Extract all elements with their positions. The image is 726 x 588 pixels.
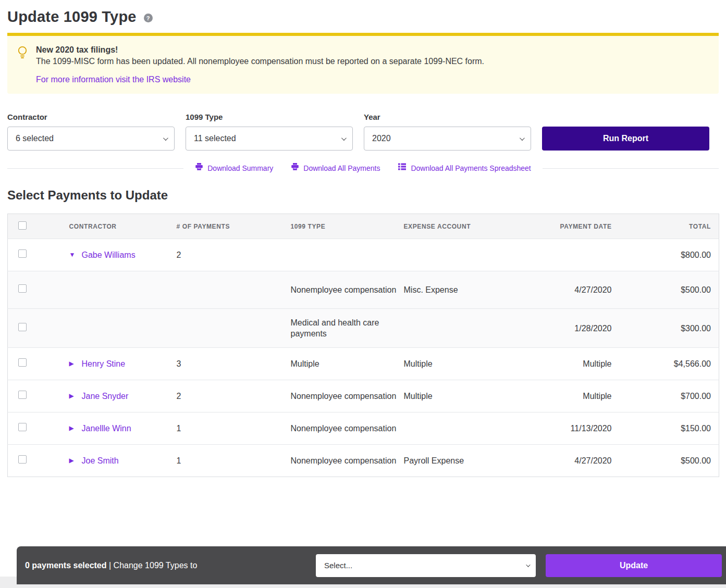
payment-row: Nonemployee compensationMisc. Expense4/2… (8, 271, 719, 309)
column-header-payment-date: PAYMENT DATE (516, 214, 621, 239)
payment-row: Medical and health care payments1/28/202… (8, 309, 719, 348)
row-checkbox[interactable] (18, 358, 27, 367)
cell-expense-account: Multiple (404, 380, 516, 412)
cell-total: $500.00 (621, 271, 719, 309)
help-icon[interactable]: ? (144, 14, 153, 22)
cell-total: $800.00 (621, 239, 719, 271)
contractor-select-value: 6 selected (16, 134, 54, 143)
chevron-down-icon (526, 562, 530, 567)
type-1099-select-value: 11 selected (194, 134, 236, 143)
page-title: Update 1099 Type (7, 8, 137, 26)
contractor-filter: Contractor 6 selected (7, 112, 175, 151)
row-checkbox[interactable] (18, 391, 27, 399)
update-button[interactable]: Update (546, 554, 722, 577)
download-summary-label: Download Summary (207, 162, 273, 174)
year-select[interactable]: 2020 (364, 127, 531, 151)
chevron-down-icon (520, 135, 525, 141)
expand-arrow-icon[interactable]: ▶ (69, 423, 82, 434)
cell-type-1099: Nonemployee compensation (291, 380, 404, 412)
collapse-arrow-icon[interactable]: ▼ (69, 249, 82, 260)
type-1099-select[interactable]: 11 selected (186, 127, 353, 151)
banner-body: The 1099-MISC form has been updated. All… (36, 56, 484, 67)
cell-type-1099: Nonemployee compensation (291, 412, 404, 445)
contractor-select[interactable]: 6 selected (7, 127, 175, 151)
spreadsheet-icon (398, 162, 407, 174)
chevron-down-icon (341, 135, 347, 141)
select-payments-title: Select Payments to Update (7, 188, 719, 203)
contractor-row: ▶Henry Stine3MultipleMultipleMultiple$4,… (8, 348, 719, 380)
cell-type-1099: Medical and health care payments (291, 309, 404, 348)
type-1099-filter-label: 1099 Type (186, 112, 353, 121)
printer-icon (291, 162, 299, 174)
printer-icon (195, 162, 203, 174)
row-checkbox[interactable] (18, 249, 27, 258)
banner-title: New 2020 tax filings! (36, 44, 484, 56)
payments-table: CONTRACTOR# OF PAYMENTS1099 TYPEEXPENSE … (7, 214, 719, 477)
cell-payment-date: 1/28/2020 (516, 309, 621, 348)
change-type-select-value: Select... (324, 561, 352, 570)
row-checkbox[interactable] (18, 455, 27, 464)
contractor-filter-label: Contractor (7, 112, 175, 121)
cell-payment-date: 11/13/2020 (516, 412, 621, 445)
cell-expense-account (404, 309, 516, 348)
column-header-expense-account: EXPENSE ACCOUNT (404, 214, 516, 239)
cell-total: $300.00 (621, 309, 719, 348)
selection-status-text: 0 payments selected | Change 1099 Types … (25, 561, 197, 570)
page-header: Update 1099 Type ? (7, 8, 719, 26)
contractor-link[interactable]: Gabe Williams (82, 249, 136, 260)
contractor-row: ▶Jane Snyder2Nonemployee compensationMul… (8, 380, 719, 412)
cell-total: $500.00 (621, 445, 719, 477)
expand-arrow-icon[interactable]: ▶ (69, 391, 82, 402)
select-all-checkbox[interactable] (18, 221, 27, 230)
cell-payment-date: 4/27/2020 (516, 271, 621, 309)
separator: | (109, 561, 111, 570)
download-all-payments-link[interactable]: Download All Payments (291, 162, 380, 174)
cell-payment-date (516, 239, 621, 271)
cell-total: $700.00 (621, 380, 719, 412)
change-type-select[interactable]: Select... (316, 554, 536, 577)
cell-type-1099: Nonemployee compensation (291, 445, 404, 477)
row-checkbox[interactable] (18, 323, 27, 331)
year-filter-label: Year (364, 112, 531, 121)
cell-total: $150.00 (621, 412, 719, 445)
cell-num-payments (177, 271, 291, 309)
cell-expense-account (404, 239, 516, 271)
cell-type-1099: Nonemployee compensation (291, 271, 404, 309)
contractor-link[interactable]: Jane Snyder (82, 391, 129, 402)
update-1099-page: Update 1099 Type ? New 2020 tax filings!… (0, 8, 726, 477)
change-types-label: Change 1099 Types to (114, 561, 198, 570)
download-all-payments-label: Download All Payments (303, 162, 380, 174)
irs-website-link[interactable]: For more information visit the IRS websi… (36, 75, 191, 84)
chevron-down-icon (163, 135, 168, 141)
cell-expense-account: Multiple (404, 348, 516, 380)
year-filter: Year 2020 (364, 112, 531, 151)
cell-total: $4,566.00 (621, 348, 719, 380)
download-spreadsheet-link[interactable]: Download All Payments Spreadsheet (398, 162, 531, 174)
column-header-1099-type: 1099 TYPE (291, 214, 404, 239)
cell-num-payments: 2 (177, 239, 291, 271)
contractor-row: ▶Janellle Winn1Nonemployee compensation1… (8, 412, 719, 445)
download-summary-link[interactable]: Download Summary (195, 162, 273, 174)
column-header-contractor: CONTRACTOR (62, 214, 177, 239)
column-header--of-payments: # OF PAYMENTS (177, 214, 291, 239)
cell-payment-date: Multiple (516, 348, 621, 380)
downloads-row: Download Summary Download All Payments (7, 162, 719, 174)
expand-arrow-icon[interactable]: ▶ (69, 455, 82, 466)
bulk-action-bar: 0 payments selected | Change 1099 Types … (17, 546, 726, 584)
cell-expense-account (404, 412, 516, 445)
contractor-link[interactable]: Henry Stine (82, 358, 126, 369)
row-checkbox[interactable] (18, 423, 27, 431)
row-checkbox[interactable] (18, 284, 27, 293)
cell-num-payments: 2 (177, 380, 291, 412)
contractor-link[interactable]: Janellle Winn (82, 423, 131, 434)
selected-count: 0 payments selected (25, 561, 107, 570)
type-1099-filter: 1099 Type 11 selected (186, 112, 353, 151)
contractor-link[interactable]: Joe Smith (82, 455, 119, 466)
column-header-total: TOTAL (621, 214, 719, 239)
expand-arrow-icon[interactable]: ▶ (69, 358, 82, 369)
cell-type-1099: Multiple (291, 348, 404, 380)
run-report-button[interactable]: Run Report (542, 127, 709, 151)
info-banner: New 2020 tax filings! The 1099-MISC form… (7, 33, 719, 94)
cell-num-payments: 1 (177, 412, 291, 445)
cell-type-1099 (291, 239, 404, 271)
